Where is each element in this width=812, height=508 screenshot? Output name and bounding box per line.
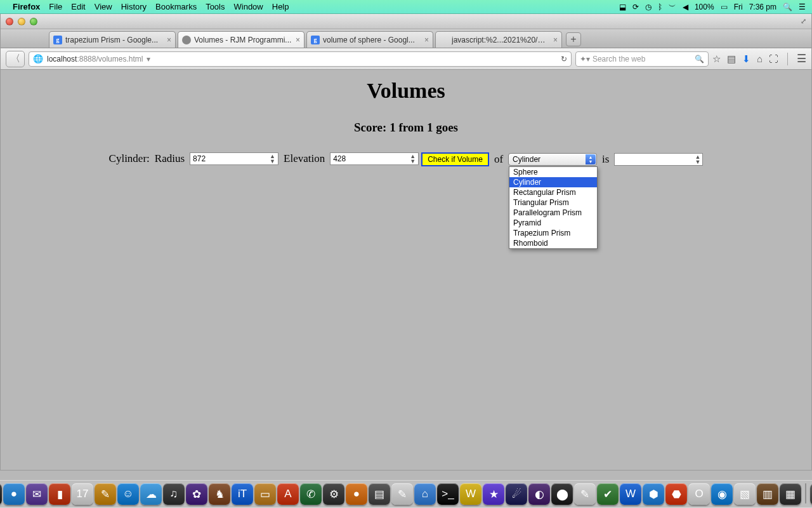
back-button[interactable]: 〈 [6,51,25,67]
dock-app-12[interactable]: iT [232,483,253,505]
url-dropdown-icon[interactable]: ▾ [147,55,150,64]
dock-app-1[interactable]: ✦ [0,483,2,505]
dock-app-35[interactable]: ▥ [757,483,778,505]
zoom-window-button[interactable] [30,18,37,25]
url-field[interactable]: 🌐 localhost:8888/volumes.html ▾ ↻ [29,51,572,67]
dock-app-19[interactable]: ✎ [391,483,413,505]
bookmark-star-icon[interactable]: ☆ [712,53,721,65]
tab-close-icon[interactable]: × [424,36,429,44]
menu-help[interactable]: Help [272,2,289,11]
check-volume-button[interactable]: Check if Volume [421,152,489,166]
tab-close-icon[interactable]: × [296,36,300,44]
spotlight-icon[interactable]: 🔍 [783,3,792,11]
elevation-stepper[interactable]: ▲▼ [410,154,416,164]
dock-app-6[interactable]: ✎ [95,483,116,505]
reload-button[interactable]: ↻ [557,55,567,64]
tab-close-icon[interactable]: × [167,36,171,44]
shape-option-rhomboid[interactable]: Rhomboid [509,238,597,248]
downloads-icon[interactable]: ⬇ [742,53,750,65]
shape-option-cylinder[interactable]: Cylinder [509,177,597,187]
addon-icon[interactable]: ⛶ [769,53,778,64]
dock-app-27[interactable]: ✎ [574,483,596,505]
tab-close-icon[interactable]: × [553,36,558,44]
dock-app-29[interactable]: W [620,483,641,505]
dock-app-26[interactable]: ⬤ [551,483,573,505]
wifi-icon[interactable]: ︶ [669,1,676,12]
dock-app-5[interactable]: 17 [72,483,93,505]
menubar-app-name[interactable]: Firefox [13,2,40,11]
bluetooth-icon[interactable]: ᛒ [658,3,662,11]
close-window-button[interactable] [6,18,13,25]
dock-app-24[interactable]: ☄ [506,483,527,505]
tab-3[interactable]: javascript:%2...2021%20/%2021× [435,31,562,48]
shape-option-pyramid[interactable]: Pyramid [509,218,597,228]
volume-answer-input[interactable]: ▲▼ [614,153,703,166]
notification-center-icon[interactable]: ☰ [799,3,806,11]
new-tab-button[interactable]: + [566,32,581,46]
dock-app-31[interactable]: ⬣ [665,483,687,505]
home-icon[interactable]: ⌂ [757,53,763,64]
search-engine-icon[interactable]: ✦▾ [580,55,590,64]
answer-stepper[interactable]: ▲▼ [695,154,701,164]
shape-dropdown: SphereCylinderRectangular PrismTriangula… [509,166,598,249]
shape-option-parallelogram-prism[interactable]: Parallelogram Prism [509,208,597,218]
shape-option-triangular-prism[interactable]: Triangular Prism [509,197,597,208]
shape-option-rectangular-prism[interactable]: Rectangular Prism [509,187,597,197]
radius-input[interactable]: 872 ▲▼ [190,152,278,165]
menu-tools[interactable]: Tools [206,2,225,11]
dock-app-33[interactable]: ◉ [711,483,733,505]
volume-icon[interactable]: ◀ [683,3,688,11]
dock-app-36[interactable]: ▦ [780,483,801,505]
sync-icon[interactable]: ⟳ [632,3,639,11]
dock-app-15[interactable]: ✆ [300,483,322,505]
dock-app-13[interactable]: ▭ [254,483,276,505]
shape-option-trapezium-prism[interactable]: Trapezium Prism [509,228,597,238]
shape-option-sphere[interactable]: Sphere [509,167,597,177]
dock-app-34[interactable]: ▧ [734,483,756,505]
menu-bookmarks[interactable]: Bookmarks [155,2,197,11]
dock-app-7[interactable]: ☺ [117,483,139,505]
dock-app-8[interactable]: ☁ [140,483,162,505]
dock-app-10[interactable]: ✿ [186,483,207,505]
menu-edit[interactable]: Edit [71,2,85,11]
dock-app-3[interactable]: ✉ [26,483,48,505]
battery-icon[interactable]: ▭ [721,3,728,11]
clipboard-icon[interactable]: ▤ [727,53,736,65]
dock-app-18[interactable]: ▤ [369,483,390,505]
clock-day[interactable]: Fri [734,3,743,11]
minimize-window-button[interactable] [18,18,25,25]
dock-app-28[interactable]: ✔ [597,483,619,505]
radius-stepper[interactable]: ▲▼ [270,154,275,164]
dock-app-32[interactable]: O [688,483,710,505]
menu-file[interactable]: File [49,2,62,11]
menu-icon[interactable]: ☰ [797,52,806,65]
dock-app-2[interactable]: ● [3,483,25,505]
dock-app-20[interactable]: ⌂ [414,483,436,505]
dock-app-4[interactable]: ▮ [49,483,70,505]
dock-app-14[interactable]: A [277,483,299,505]
tab-1[interactable]: Volumes - RJM Programmi...× [178,31,304,48]
dock-app-11[interactable]: ♞ [209,483,230,505]
dock-app-16[interactable]: ⚙ [323,483,344,505]
menu-window[interactable]: Window [234,2,263,11]
dock-app-23[interactable]: ★ [483,483,504,505]
shape-select[interactable]: Cylinder ▲▼ SphereCylinderRectangular Pr… [508,153,597,166]
tab-0[interactable]: gtrapezium Prism - Google...× [49,31,176,48]
tab-2[interactable]: gvolume of sphere - Googl...× [306,31,433,48]
timemachine-icon[interactable]: ◷ [645,3,652,11]
site-identity-icon[interactable]: 🌐 [33,54,43,64]
fullscreen-toggle-icon[interactable]: ⤢ [801,17,806,25]
dock-app-9[interactable]: ♫ [163,483,185,505]
dock-app-25[interactable]: ◐ [528,483,550,505]
elevation-input[interactable]: 428 ▲▼ [330,152,419,165]
dropbox-icon[interactable]: ⬓ [619,3,626,11]
dock-app-30[interactable]: ⬢ [643,483,664,505]
dock-app-17[interactable]: ● [346,483,367,505]
search-field[interactable]: ✦▾ Search the web 🔍 [575,51,709,67]
dock-app-21[interactable]: >_ [437,483,459,505]
menu-view[interactable]: View [95,2,112,11]
clock-time[interactable]: 7:36 pm [749,3,776,11]
menu-history[interactable]: History [121,2,147,11]
search-icon[interactable]: 🔍 [695,55,704,64]
dock-app-22[interactable]: W [460,483,481,505]
